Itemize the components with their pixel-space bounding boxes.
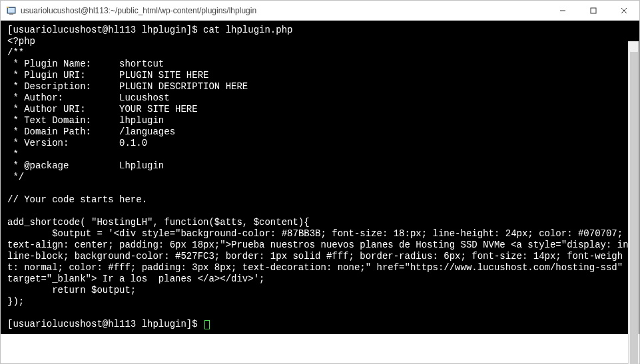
output-line: * Version: 0.1.0 <box>7 138 633 149</box>
titlebar[interactable]: usuariolucushost@hl113:~/public_html/wp-… <box>1 1 639 21</box>
output-line: }); <box>7 296 633 307</box>
output-line: return $output; <box>7 285 633 296</box>
cursor <box>204 320 210 329</box>
prompt-line: [usuariolucushost@hl113 lhplugin]$ cat l… <box>7 25 633 36</box>
output-line: * Author: Lucushost <box>7 92 633 104</box>
scroll-thumb[interactable] <box>630 52 638 364</box>
svg-rect-1 <box>8 8 15 13</box>
output-line: // Your code starts here. <box>7 194 633 206</box>
putty-window: usuariolucushost@hl113:~/public_html/wp-… <box>0 0 640 364</box>
app-icon <box>6 5 17 16</box>
output-line: <?php <box>7 36 633 47</box>
terminal-area[interactable]: [usuariolucushost@hl113 lhplugin]$ cat l… <box>1 21 639 334</box>
output-line: * @package Lhplugin <box>7 160 633 172</box>
output-line <box>7 183 633 194</box>
output-line <box>7 307 633 319</box>
output-line: * Domain Path: /languages <box>7 126 633 138</box>
close-button[interactable] <box>609 1 639 20</box>
output-line: $output = '<div style="background-color:… <box>7 228 633 285</box>
output-line: * Author URI: YOUR SITE HERE <box>7 104 633 115</box>
prompt-line: [usuariolucushost@hl113 lhplugin]$ <box>7 319 633 330</box>
output-line: * Plugin URI: PLUGIN SITE HERE <box>7 70 633 81</box>
window-controls <box>547 1 639 20</box>
vertical-scrollbar[interactable] <box>628 41 639 364</box>
minimize-button[interactable] <box>547 1 578 20</box>
svg-rect-2 <box>9 13 13 15</box>
output-line: * Description: PLUGIN DESCRIPTION HERE <box>7 81 633 92</box>
output-line: * Plugin Name: shortcut <box>7 59 633 70</box>
window-title: usuariolucushost@hl113:~/public_html/wp-… <box>21 6 547 15</box>
output-line: * <box>7 149 633 160</box>
svg-rect-4 <box>591 8 596 13</box>
output-line: * Text Domain: lhplugin <box>7 115 633 126</box>
output-line <box>7 206 633 217</box>
output-line: */ <box>7 172 633 183</box>
maximize-button[interactable] <box>578 1 609 20</box>
output-line: add_shortcode( "HostingLH", function($at… <box>7 217 633 228</box>
output-line: /** <box>7 47 633 59</box>
